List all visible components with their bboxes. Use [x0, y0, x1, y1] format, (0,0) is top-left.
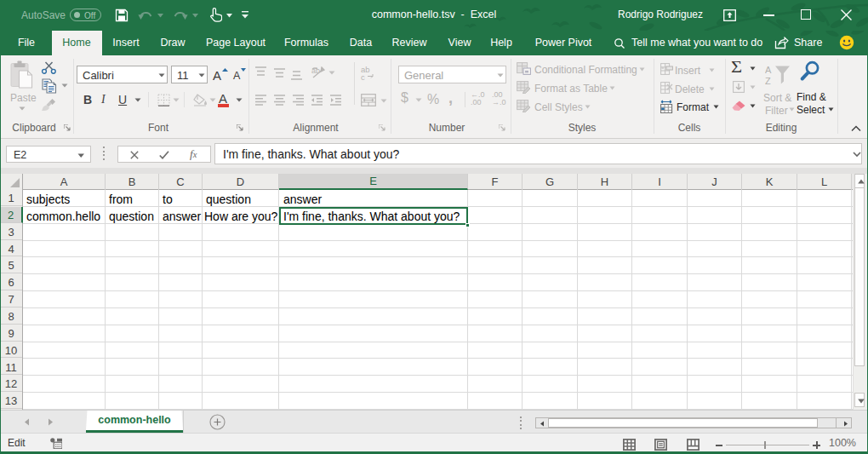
svg-text:ab: ab — [311, 66, 320, 75]
svg-text:A: A — [765, 65, 772, 75]
svg-text:c: c — [361, 72, 365, 81]
svg-text:Z: Z — [765, 76, 771, 86]
